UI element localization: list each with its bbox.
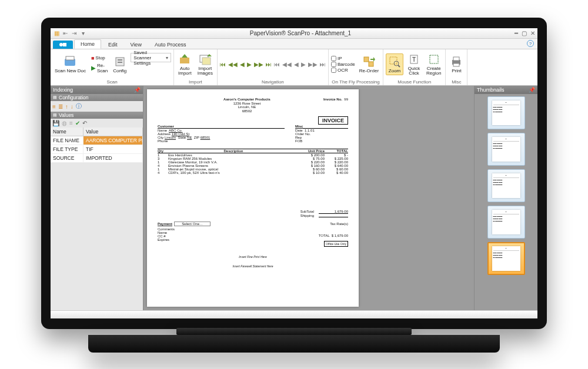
minimize-button[interactable]: ━ xyxy=(514,30,518,36)
val-check-icon[interactable]: ✔ xyxy=(75,120,80,126)
thumbnails-list[interactable]: —▬▬ ▬▬▬▬▬▬ ▬▬▬ ▬▬▬▬—▬▬ ▬▬▬▬▬▬ ▬▬▬ ▬▬▬▬—▬… xyxy=(475,94,537,310)
qat-collapse-icon[interactable]: ⇤ xyxy=(62,30,69,37)
cfg-tool-2-icon[interactable]: ≣ xyxy=(58,103,63,110)
svg-rect-1 xyxy=(63,43,66,46)
nav-next-alt-icon[interactable]: ▶▶ xyxy=(308,61,318,68)
app-window: ▦ ⇤ ⇥ ▾ PaperVision® ScanPro - Attachmen… xyxy=(51,28,537,318)
values-toolbar: 💾 ◍ ≡ ✔ ↶ xyxy=(51,119,143,128)
nav-next-page-icon[interactable]: ▶ xyxy=(247,61,252,68)
rescan-button[interactable]: ▶Re-Scan xyxy=(90,62,109,74)
mouse-group-label: Mouse Function xyxy=(386,79,443,85)
quick-click-button[interactable]: T Quick Click xyxy=(406,52,422,77)
svg-rect-6 xyxy=(118,62,122,63)
nav-first-doc-icon[interactable]: ⏮ xyxy=(220,61,226,68)
print-button[interactable]: Print xyxy=(448,54,465,75)
help-icon[interactable]: ? xyxy=(527,40,534,47)
svg-rect-11 xyxy=(369,62,373,66)
tab-view[interactable]: View xyxy=(125,41,148,49)
values-table: Name Value FILE NAME AARONS COMPUTER PR … xyxy=(51,128,143,163)
config-button[interactable]: Config xyxy=(111,54,128,75)
otf-ip-checkbox[interactable]: IP xyxy=(331,56,355,61)
otf-barcode-checkbox[interactable]: Barcode xyxy=(331,62,355,67)
misc-group-label: Misc xyxy=(448,79,465,85)
thumbnail[interactable]: —▬▬ ▬▬▬▬▬▬ ▬▬▬ ▬▬▬▬ xyxy=(487,169,525,202)
col-name-header: Name xyxy=(51,128,83,136)
thumbnail[interactable]: —▬▬ ▬▬▬▬▬▬ ▬▬▬ ▬▬▬▬ xyxy=(487,206,525,239)
zoom-button[interactable]: Zoom xyxy=(386,53,403,75)
thumbnails-header: Thumbnails📌 xyxy=(475,86,537,94)
document-viewer[interactable]: Aaron's Computer Products 1236 Rose Stre… xyxy=(143,86,474,310)
nav-last-alt-icon[interactable]: ⏭ xyxy=(320,61,326,68)
cfg-up-icon[interactable]: ↑ xyxy=(65,103,68,110)
save-icon[interactable]: 💾 xyxy=(52,120,59,126)
thumbnails-pane: Thumbnails📌 —▬▬ ▬▬▬▬▬▬ ▬▬▬ ▬▬▬▬—▬▬ ▬▬▬▬▬… xyxy=(474,86,537,310)
status-bar xyxy=(51,310,537,318)
svg-rect-9 xyxy=(202,58,211,65)
tab-edit[interactable]: Edit xyxy=(102,41,123,49)
maximize-button[interactable]: ▢ xyxy=(522,30,527,36)
table-row[interactable]: FILE TYPE TIF xyxy=(51,145,143,154)
close-button[interactable]: ✕ xyxy=(530,30,535,36)
pane-pin-icon[interactable]: 📌 xyxy=(134,87,141,93)
nav-first-alt-icon[interactable]: ⏮ xyxy=(274,61,280,68)
svg-rect-12 xyxy=(390,57,397,64)
import-group-label: Import xyxy=(176,79,215,85)
qat-expand-icon[interactable]: ⇥ xyxy=(71,30,78,37)
tab-home[interactable]: Home xyxy=(74,39,101,49)
thumbnail[interactable]: —▬▬ ▬▬▬▬▬▬ ▬▬▬ ▬▬▬▬ xyxy=(487,242,525,275)
scan-group-label: Scan xyxy=(53,79,171,85)
svg-point-0 xyxy=(59,43,63,46)
svg-rect-3 xyxy=(66,56,74,60)
svg-line-14 xyxy=(398,65,400,67)
val-undo-icon[interactable]: ↶ xyxy=(82,120,87,126)
tab-auto-process[interactable]: Auto Process xyxy=(149,41,192,49)
val-circle-icon[interactable]: ◍ xyxy=(62,120,67,126)
cfg-tool-1-icon[interactable]: ≡ xyxy=(52,103,56,110)
config-toolbar: ≡ ≣ ↑ ↓ ⓘ xyxy=(51,101,143,112)
saved-scanner-settings-dropdown[interactable]: Saved Scanner Settings ▾ xyxy=(131,53,171,62)
svg-rect-17 xyxy=(430,55,438,63)
svg-rect-19 xyxy=(453,57,459,61)
col-value-header: Value xyxy=(83,128,143,136)
quick-access-toolbar: ▦ ⇤ ⇥ ▾ xyxy=(53,30,86,37)
otf-group-label: On The Fly Processing xyxy=(331,79,380,85)
nav-last-doc-icon[interactable]: ⏭ xyxy=(266,61,272,68)
svg-rect-10 xyxy=(364,57,369,62)
nav-prev-doc-icon[interactable]: ◀◀ xyxy=(228,61,238,68)
values-header[interactable]: ▤Values xyxy=(51,112,143,119)
thumbs-pin-icon[interactable]: 📌 xyxy=(529,87,535,93)
thumbnail[interactable]: —▬▬ ▬▬▬▬▬▬ ▬▬▬ ▬▬▬▬ xyxy=(487,133,525,166)
auto-import-button[interactable]: Auto Import xyxy=(176,52,193,77)
svg-rect-7 xyxy=(180,58,189,63)
nav-next2-icon[interactable]: ▶ xyxy=(301,61,306,68)
page-preview: Aaron's Computer Products 1236 Rose Stre… xyxy=(147,89,359,307)
title-bar: ▦ ⇤ ⇥ ▾ PaperVision® ScanPro - Attachmen… xyxy=(51,28,537,39)
indexing-header: Indexing📌 xyxy=(51,86,143,94)
nav-prev2-icon[interactable]: ◀ xyxy=(294,61,299,68)
ribbon: Scan New Doc ■Stop ▶Re-Scan Config Saved… xyxy=(51,49,537,86)
qat-grid-icon[interactable]: ▦ xyxy=(53,30,60,37)
otf-ocr-checkbox[interactable]: OCR xyxy=(331,68,355,73)
svg-point-13 xyxy=(394,61,399,66)
stop-button[interactable]: ■Stop xyxy=(90,55,109,62)
scan-new-doc-button[interactable]: Scan New Doc xyxy=(53,54,88,75)
configuration-header[interactable]: ▤Configuration xyxy=(51,94,143,101)
nav-prev-page-icon[interactable]: ◀ xyxy=(240,61,245,68)
cfg-down-icon[interactable]: ↓ xyxy=(71,103,74,110)
nav-next-doc-icon[interactable]: ▶▶ xyxy=(254,61,263,68)
svg-text:T: T xyxy=(412,56,416,63)
val-list-icon[interactable]: ≡ xyxy=(69,120,73,126)
nav-prev-alt-icon[interactable]: ◀◀ xyxy=(282,61,292,68)
window-title: PaperVision® ScanPro - Attachment_1 xyxy=(86,30,514,36)
reorder-button[interactable]: Re-Order xyxy=(358,54,380,75)
cfg-info-icon[interactable]: ⓘ xyxy=(76,102,82,110)
indexing-pane: Indexing📌 ▤Configuration ≡ ≣ ↑ ↓ ⓘ ▤Valu… xyxy=(51,86,143,310)
table-row[interactable]: SOURCE IMPORTED xyxy=(51,154,143,163)
table-row[interactable]: FILE NAME AARONS COMPUTER PR xyxy=(51,136,143,145)
qat-dropdown-icon[interactable]: ▾ xyxy=(79,30,86,37)
file-tab[interactable] xyxy=(53,41,73,49)
create-region-button[interactable]: Create Region xyxy=(425,52,443,77)
content-area: Indexing📌 ▤Configuration ≡ ≣ ↑ ↓ ⓘ ▤Valu… xyxy=(51,86,537,310)
thumbnail[interactable]: —▬▬ ▬▬▬▬▬▬ ▬▬▬ ▬▬▬▬ xyxy=(487,96,525,129)
import-images-button[interactable]: Import Images xyxy=(196,52,215,77)
